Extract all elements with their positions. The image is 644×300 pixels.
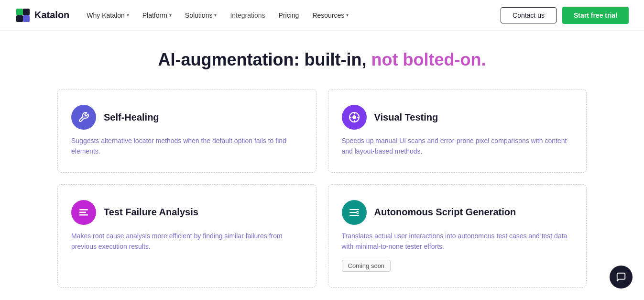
test-failure-icon <box>71 200 96 225</box>
chevron-down-icon: ▾ <box>169 12 172 18</box>
card-header: Test Failure Analysis <box>71 200 303 225</box>
self-healing-icon <box>71 105 96 130</box>
svg-rect-6 <box>79 211 86 213</box>
nav-item-pricing[interactable]: Pricing <box>273 8 305 23</box>
katalon-logo-icon <box>15 8 31 23</box>
test-failure-desc: Makes root cause analysis more efficient… <box>71 231 303 252</box>
nav-item-resources[interactable]: Resources ▾ <box>306 8 354 23</box>
nav-item-why-katalon[interactable]: Why Katalon ▾ <box>81 8 134 23</box>
contact-us-button[interactable]: Contact us <box>501 7 557 23</box>
chevron-down-icon: ▾ <box>127 12 129 18</box>
card-visual-testing: Visual Testing Speeds up manual UI scans… <box>328 89 587 173</box>
autonomous-script-desc: Translates actual user interactions into… <box>342 231 573 252</box>
nav-item-platform[interactable]: Platform ▾ <box>137 8 177 23</box>
card-autonomous-script: Autonomous Script Generation Translates … <box>328 184 587 288</box>
autonomous-script-icon <box>342 200 367 225</box>
self-healing-title: Self-Healing <box>104 112 159 123</box>
card-header: Autonomous Script Generation <box>342 200 573 225</box>
svg-rect-5 <box>79 209 88 211</box>
chat-bubble-button[interactable] <box>610 266 633 289</box>
card-header: Self-Healing <box>71 105 303 130</box>
chevron-down-icon: ▾ <box>346 12 349 18</box>
visual-testing-title: Visual Testing <box>374 112 438 123</box>
logo-link[interactable]: Katalon <box>15 8 69 23</box>
start-free-trial-button[interactable]: Start free trial <box>562 7 629 24</box>
features-grid: Self-Healing Suggests alternative locato… <box>57 89 587 288</box>
svg-rect-2 <box>16 15 23 22</box>
nav-right: Contact us Start free trial <box>501 7 629 24</box>
visual-testing-icon <box>342 105 367 130</box>
nav-links: Why Katalon ▾ Platform ▾ Solutions ▾ Int… <box>81 8 497 23</box>
svg-rect-0 <box>16 9 23 15</box>
card-test-failure-analysis: Test Failure Analysis Makes root cause a… <box>57 184 317 288</box>
autonomous-script-title: Autonomous Script Generation <box>374 207 516 218</box>
test-failure-title: Test Failure Analysis <box>104 207 198 218</box>
coming-soon-badge: Coming soon <box>342 260 391 272</box>
card-header: Visual Testing <box>342 105 573 130</box>
main-content: AI-augmentation: built-in, not bolted-on… <box>0 31 644 300</box>
navbar: Katalon Why Katalon ▾ Platform ▾ Solutio… <box>0 0 644 31</box>
logo-text: Katalon <box>34 10 69 21</box>
chat-icon <box>616 272 626 282</box>
visual-testing-desc: Speeds up manual UI scans and error-pron… <box>342 135 573 157</box>
card-self-healing: Self-Healing Suggests alternative locato… <box>57 89 317 173</box>
svg-rect-1 <box>23 9 30 15</box>
hero-title: AI-augmentation: built-in, not bolted-on… <box>57 50 587 70</box>
chevron-down-icon: ▾ <box>214 12 217 18</box>
nav-item-solutions[interactable]: Solutions ▾ <box>179 8 223 23</box>
svg-rect-3 <box>23 15 30 22</box>
nav-item-integrations[interactable]: Integrations <box>224 8 271 23</box>
svg-rect-7 <box>79 214 88 216</box>
self-healing-desc: Suggests alternative locator methods whe… <box>71 135 303 157</box>
